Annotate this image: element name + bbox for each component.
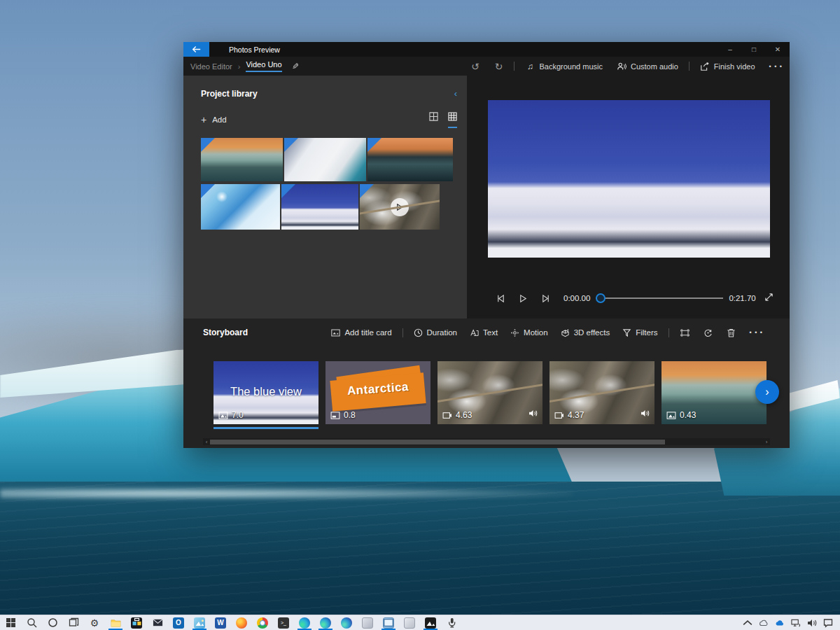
3d-effects-button[interactable]: 3D effects [554, 328, 617, 337]
music-note-icon: ♫ [525, 62, 535, 71]
onedrive-icon[interactable] [755, 615, 771, 630]
main-content: Project library ‹ + Add [183, 76, 790, 318]
toolbar-separator [689, 62, 690, 71]
breadcrumb-project-name[interactable]: Video Uno [246, 60, 281, 72]
thumbnail-iceberg-sunset-teal[interactable] [201, 138, 283, 181]
undo-button[interactable]: ↺ [463, 61, 487, 72]
cortana-button[interactable] [42, 615, 63, 630]
duration-button[interactable]: Duration [407, 328, 463, 337]
motion-button[interactable]: Motion [504, 328, 554, 337]
hidden-icons-chevron[interactable] [739, 615, 755, 630]
word-icon: W [215, 617, 226, 629]
storyboard-title: Storyboard [203, 328, 248, 337]
edge-button[interactable] [294, 615, 315, 630]
photos-icon [194, 617, 205, 629]
scrollbar-left-arrow[interactable]: ‹ [203, 439, 210, 445]
thumbnail-iceberg-sunset-dark[interactable] [368, 138, 453, 181]
mail-button[interactable] [147, 615, 168, 630]
fullscreen-icon [764, 293, 774, 302]
storyboard-panel: Storyboard Add title card [183, 318, 790, 448]
edge-beta-button[interactable] [315, 615, 336, 630]
thumbnail-blue-ice-slope[interactable] [201, 184, 280, 230]
filters-button[interactable]: Filters [616, 328, 664, 337]
file-explorer-button[interactable] [105, 615, 126, 630]
app-gray-1-button[interactable] [357, 615, 378, 630]
photos-button[interactable] [189, 615, 210, 630]
background-music-button[interactable]: ♫ Background music [518, 57, 610, 76]
mail-icon [153, 617, 163, 628]
next-frame-icon [541, 294, 550, 303]
custom-audio-button[interactable]: Custom audio [610, 57, 685, 76]
menubar: Video Editor › Video Uno ✎ ↺ ↻ ♫ Backgro… [183, 57, 790, 76]
window-controls: – □ ✕ [718, 42, 790, 57]
person-audio-icon [617, 62, 626, 71]
thumbnail-snowy-mountain[interactable] [281, 184, 358, 230]
app-window-icon [362, 617, 373, 629]
store-button[interactable] [126, 615, 147, 630]
fullscreen-button[interactable] [764, 292, 774, 304]
breadcrumb-video-editor[interactable]: Video Editor [190, 62, 232, 71]
scroll-clips-next-button[interactable]: › [755, 380, 779, 404]
grid-large-view-button[interactable] [429, 111, 438, 128]
redo-button[interactable]: ↻ [487, 61, 511, 72]
maximize-button[interactable]: □ [742, 42, 766, 57]
clip-duration: 4.37 [568, 410, 584, 420]
app-window-button[interactable] [378, 615, 399, 630]
previous-frame-button[interactable] [489, 294, 512, 303]
seek-slider[interactable] [596, 293, 723, 303]
edge-dev-button[interactable] [336, 615, 357, 630]
scrollbar-track[interactable] [210, 439, 763, 445]
audio-recorder-button[interactable] [441, 615, 462, 630]
play-button[interactable] [512, 294, 534, 303]
close-button[interactable]: ✕ [766, 42, 790, 57]
breadcrumb-chevron-icon: › [238, 62, 241, 71]
seek-thumb[interactable] [596, 293, 606, 303]
add-media-button[interactable]: + Add [201, 114, 227, 125]
resize-frame-button[interactable] [673, 328, 696, 337]
firefox-button[interactable] [231, 615, 252, 630]
start-button[interactable] [0, 615, 21, 630]
word-button[interactable]: W [210, 615, 231, 630]
clip-waterfall-video-2[interactable]: 4.37 [550, 361, 654, 424]
clock-icon [414, 328, 423, 337]
action-center-icon[interactable] [820, 615, 836, 630]
video-preview[interactable] [488, 100, 770, 258]
minimize-button[interactable]: – [718, 42, 742, 57]
app-gray-2-button[interactable] [399, 615, 420, 630]
scrollbar-right-arrow[interactable]: › [763, 439, 770, 445]
search-button[interactable] [21, 615, 42, 630]
onedrive-sync-icon[interactable] [771, 615, 788, 630]
clip-iceberg-sunset[interactable]: 0.43 [662, 361, 766, 424]
finish-video-button[interactable]: Finish video [693, 57, 762, 76]
window-title: Photos Preview [229, 46, 280, 54]
thumbnail-ice-wall[interactable] [284, 138, 366, 181]
clip-duration: 4.63 [456, 410, 472, 420]
grid-small-view-button[interactable] [448, 111, 457, 128]
volume-icon[interactable] [804, 615, 820, 630]
photos-legacy-button[interactable] [420, 615, 441, 630]
chrome-button[interactable] [252, 615, 273, 630]
next-frame-button[interactable] [534, 294, 556, 303]
scrollbar-thumb[interactable] [210, 440, 665, 444]
more-options-button[interactable]: • • • [762, 57, 790, 76]
settings-button[interactable]: ⚙ [84, 615, 105, 630]
terminal-button[interactable]: >_ [273, 615, 294, 630]
network-icon[interactable] [788, 615, 804, 630]
rename-pencil-icon[interactable]: ✎ [292, 62, 299, 71]
add-title-card-button[interactable]: Add title card [325, 328, 398, 337]
app-window-icon [404, 617, 415, 629]
wallpaper-ocean-waves [0, 482, 840, 615]
outlook-button[interactable]: O [168, 615, 189, 630]
task-view-button[interactable] [63, 615, 84, 630]
collapse-panel-icon[interactable]: ‹ [454, 88, 457, 99]
clip-the-blue-view[interactable]: The blue view 7.0 [214, 361, 318, 424]
project-library-panel: Project library ‹ + Add [183, 76, 467, 318]
delete-button[interactable] [720, 328, 743, 337]
rotate-button[interactable] [696, 328, 720, 337]
clip-antarctica-title-card[interactable]: Antarctica 0.8 [326, 361, 430, 424]
clip-waterfall-video-1[interactable]: 4.63 [438, 361, 542, 424]
storyboard-more-button[interactable]: • • • [743, 329, 770, 336]
thumbnail-waterfall-video[interactable] [360, 184, 440, 230]
back-button[interactable] [183, 42, 209, 57]
text-button[interactable]: Text [463, 328, 504, 337]
